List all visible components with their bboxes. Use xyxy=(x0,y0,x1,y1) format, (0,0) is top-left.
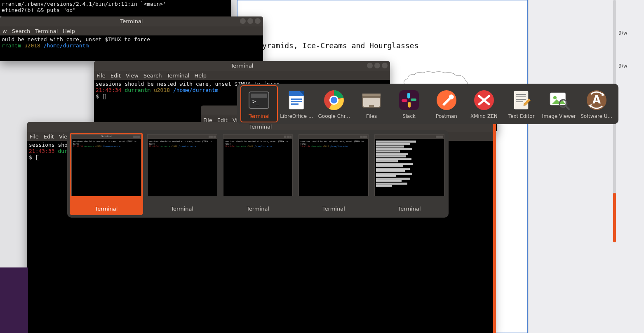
menu-item[interactable]: Search xyxy=(143,73,162,79)
window-thumb-4[interactable]: sessions should be nested with care, uns… xyxy=(297,133,370,215)
app-item-texteditor[interactable]: Text Editor xyxy=(503,85,540,122)
svg-rect-1 xyxy=(251,94,267,98)
svg-rect-7 xyxy=(291,101,302,102)
menubar[interactable]: File Edit View Search Terminal Help xyxy=(94,71,390,80)
svg-rect-19 xyxy=(408,102,411,108)
window-thumb-label: Terminal xyxy=(171,206,193,213)
terminal-window-1[interactable]: Terminal w Search Terminal Help ould be … xyxy=(0,16,263,61)
app-item-postman[interactable]: Postman xyxy=(428,85,465,122)
document-heading: yramids, Ice-Creams and Hourglasses xyxy=(262,41,418,50)
svg-line-28 xyxy=(566,106,569,109)
image-viewer-icon xyxy=(548,89,571,112)
svg-rect-18 xyxy=(411,98,416,101)
app-label: Terminal xyxy=(249,113,270,119)
window-title: Terminal xyxy=(231,63,254,69)
menu-item[interactable]: w xyxy=(2,28,7,34)
app-label: Google Chr... xyxy=(318,113,350,119)
menu-item[interactable]: Terminal xyxy=(35,28,58,34)
postman-icon xyxy=(435,89,458,112)
window-thumb-label: Terminal xyxy=(95,206,118,213)
window-thumb-3[interactable]: sessions should be nested with care, uns… xyxy=(221,133,295,215)
window-thumb-2[interactable]: sessions should be nested with care, uns… xyxy=(146,133,219,215)
menu-item[interactable]: Help xyxy=(194,73,207,79)
svg-rect-6 xyxy=(291,98,302,100)
app-label: Postman xyxy=(436,113,457,119)
app-label: XMind ZEN xyxy=(470,113,498,119)
software-updater-icon: A xyxy=(585,89,608,112)
svg-point-26 xyxy=(553,96,557,99)
terminal-line: ould be nested with care, unset $TMUX to… xyxy=(2,36,261,42)
chrome-icon xyxy=(322,89,346,112)
terminal-line: rrantm u2018 /home/durrantm xyxy=(2,42,261,49)
app-item-files[interactable]: Files xyxy=(353,85,390,122)
window-title: Terminal xyxy=(249,124,272,130)
app-item-imageviewer[interactable]: Image Viewer xyxy=(540,85,578,122)
window-thumb-label: Terminal xyxy=(398,206,421,213)
window-title: Terminal xyxy=(120,18,143,24)
svg-point-11 xyxy=(331,97,337,103)
close-button[interactable] xyxy=(382,63,388,68)
app-item-chrome[interactable]: Google Chr... xyxy=(315,85,353,122)
text-editor-icon xyxy=(510,89,533,112)
terminal-icon: >_ xyxy=(247,89,270,112)
window-titlebar[interactable]: Terminal xyxy=(94,61,390,71)
minimize-button[interactable] xyxy=(240,18,246,24)
menu-item[interactable]: Help xyxy=(63,28,75,34)
svg-rect-8 xyxy=(291,103,298,105)
desktop-corner xyxy=(0,267,28,333)
right-panel xyxy=(529,0,644,333)
window-thumb-label: Terminal xyxy=(247,206,269,213)
svg-rect-24 xyxy=(514,91,528,109)
svg-rect-13 xyxy=(362,94,381,96)
app-label: Files xyxy=(366,113,377,119)
app-label: Slack xyxy=(402,113,416,119)
app-item-slack[interactable]: Slack xyxy=(390,85,428,122)
minimize-button[interactable] xyxy=(367,63,373,68)
app-switcher[interactable]: >_ Terminal LibreOffice ... Google Chr..… xyxy=(237,84,618,124)
terminal-window-0[interactable]: rrantm/.rbenv/versions/2.4.1/bin/irb:11:… xyxy=(0,0,231,16)
app-item-terminal[interactable]: >_ Terminal xyxy=(240,85,278,122)
svg-rect-17 xyxy=(407,93,410,98)
window-edge-highlight xyxy=(493,123,496,333)
terminal-output: rrantm/.rbenv/versions/2.4.1/bin/irb:11:… xyxy=(0,0,231,14)
app-item-softwareupdater[interactable]: A Software U... xyxy=(578,85,615,122)
app-label: Software U... xyxy=(581,113,612,119)
terminal-output: ould be nested with care, unset $TMUX to… xyxy=(0,35,263,49)
svg-rect-15 xyxy=(369,105,374,107)
window-previews[interactable]: Terminal sessions should be nested with … xyxy=(67,130,449,218)
menubar[interactable]: w Search Terminal Help xyxy=(0,26,263,35)
svg-rect-20 xyxy=(402,99,407,102)
svg-text:A: A xyxy=(592,94,601,106)
app-item-libreoffice[interactable]: LibreOffice ... xyxy=(278,85,315,122)
menu-item[interactable]: Edit xyxy=(110,73,121,79)
menu-item[interactable]: Edit xyxy=(44,134,54,140)
slack-icon xyxy=(397,89,421,112)
app-label: LibreOffice ... xyxy=(280,113,313,119)
svg-text:>_: >_ xyxy=(252,98,259,105)
xmind-icon xyxy=(472,89,496,112)
scrollbar-thumb[interactable] xyxy=(613,193,616,242)
close-button[interactable] xyxy=(255,18,261,24)
app-item-xmind[interactable]: XMind ZEN xyxy=(465,85,503,122)
right-label-1: 9/w xyxy=(618,30,628,36)
files-icon xyxy=(360,89,383,112)
terminal-line: rrantm/.rbenv/versions/2.4.1/bin/irb:11:… xyxy=(2,1,229,7)
maximize-button[interactable] xyxy=(374,63,380,68)
window-titlebar[interactable]: Terminal xyxy=(0,16,263,26)
menu-item[interactable]: Search xyxy=(12,28,31,34)
right-label-2: 9/w xyxy=(618,63,628,69)
menu-item[interactable]: File xyxy=(30,134,39,140)
libreoffice-writer-icon xyxy=(285,89,308,112)
menu-item[interactable]: View xyxy=(126,73,139,79)
terminal-line: efined?(b) && puts "oo" xyxy=(2,7,229,13)
menu-item[interactable]: Terminal xyxy=(167,73,189,79)
window-thumb-1[interactable]: Terminal sessions should be nested with … xyxy=(70,133,143,215)
maximize-button[interactable] xyxy=(247,18,253,24)
window-thumb-label: Terminal xyxy=(322,206,345,213)
menu-item[interactable]: File xyxy=(96,73,106,79)
app-label: Image Viewer xyxy=(542,113,576,119)
window-thumb-5[interactable]: Terminal xyxy=(373,133,446,215)
app-label: Text Editor xyxy=(508,113,535,119)
